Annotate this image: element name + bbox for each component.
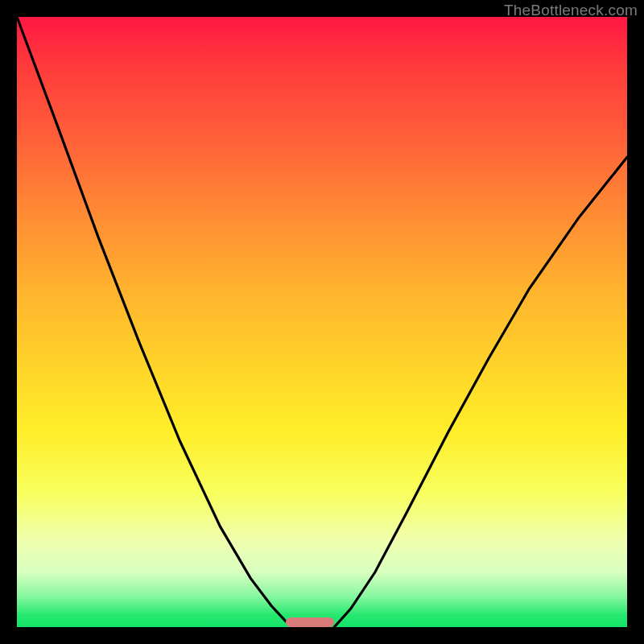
- chart-curves-svg: [17, 17, 627, 627]
- chart-plot-area: [17, 17, 627, 627]
- chart-frame: TheBottleneck.com: [0, 0, 644, 644]
- watermark-text: TheBottleneck.com: [504, 2, 638, 19]
- left-bottleneck-curve: [17, 17, 293, 627]
- right-bottleneck-curve: [334, 157, 627, 627]
- optimum-marker: [286, 617, 335, 627]
